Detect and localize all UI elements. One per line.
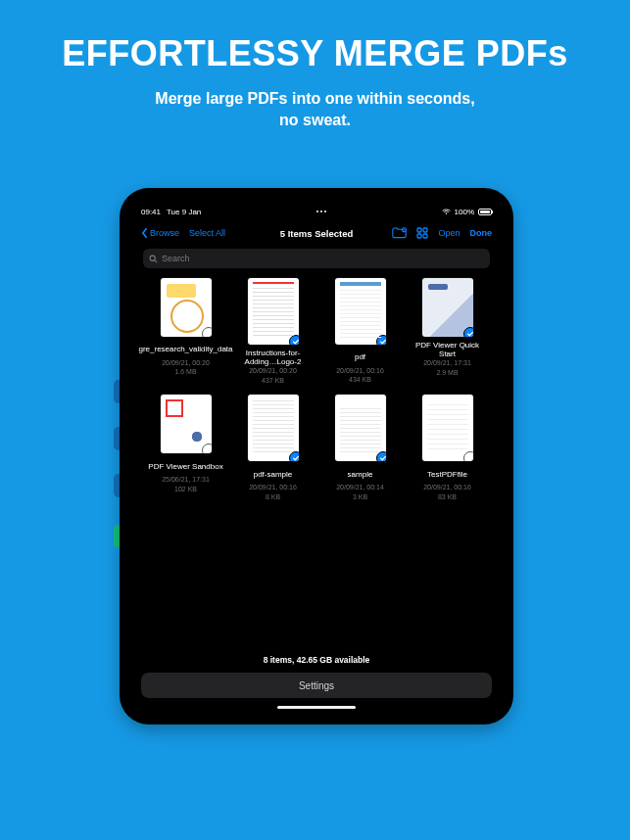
- file-date: 20/09/21, 00:20: [162, 359, 210, 367]
- file-item[interactable]: PDF Viewer Quick Start20/09/21, 17:312.9…: [405, 278, 490, 385]
- multitask-dots-icon: [316, 210, 326, 212]
- battery-pct: 100%: [455, 208, 474, 216]
- file-item[interactable]: Instructions-for-Adding…Logo-220/09/21, …: [230, 278, 315, 385]
- file-name: TestPDFfile: [427, 465, 467, 483]
- file-size: 2.9 MB: [436, 369, 458, 377]
- file-date: 20/09/21, 00:16: [336, 367, 384, 375]
- file-size: 83 KB: [438, 493, 457, 501]
- file-item[interactable]: gre_research_validity_data20/09/21, 00:2…: [143, 278, 228, 385]
- file-thumbnail: [422, 395, 473, 461]
- selected-checkmark-icon: [376, 451, 386, 461]
- file-size: 437 KB: [262, 377, 284, 385]
- file-thumbnail: [422, 278, 473, 337]
- file-item[interactable]: TestPDFfile20/09/21, 00:1683 KB: [405, 395, 490, 501]
- status-time: 09:41: [141, 208, 161, 216]
- ipad-device-frame: 09:41 Tue 9 Jan 100% Browse Select All: [121, 190, 511, 723]
- file-size: 1.6 MB: [174, 368, 196, 376]
- file-item[interactable]: PDF Viewer Sandbox25/06/21, 17:31102 KB: [143, 395, 228, 501]
- file-thumbnail: [161, 278, 212, 337]
- file-date: 20/09/21, 17:31: [423, 359, 471, 367]
- file-size: 102 KB: [174, 486, 197, 493]
- search-placeholder: Search: [162, 254, 190, 263]
- file-date: 20/09/21, 00:16: [249, 484, 297, 491]
- file-name: pdf: [355, 349, 365, 366]
- file-date: 25/06/21, 17:31: [162, 476, 210, 484]
- hero-subtitle: Merge large PDFs into one within seconds…: [0, 88, 630, 130]
- file-name: Instructions-for-Adding…Logo-2: [234, 349, 313, 366]
- file-item[interactable]: pdf20/09/21, 00:16434 KB: [317, 278, 403, 385]
- file-thumbnail: [335, 395, 386, 461]
- file-name: sample: [348, 465, 373, 483]
- svg-point-0: [445, 212, 447, 214]
- selected-checkmark-icon: [463, 327, 473, 337]
- file-date: 20/09/21, 00:14: [336, 484, 384, 491]
- hero-subtitle-line1: Merge large PDFs into one within seconds…: [155, 90, 474, 107]
- search-input[interactable]: Search: [143, 249, 490, 268]
- file-item[interactable]: sample20/09/21, 00:143 KB: [317, 395, 403, 501]
- unselected-circle-icon: [202, 443, 212, 453]
- selected-checkmark-icon: [289, 335, 299, 345]
- file-size: 8 KB: [266, 493, 280, 501]
- home-indicator[interactable]: [277, 706, 356, 709]
- svg-point-6: [150, 256, 155, 260]
- status-date: Tue 9 Jan: [167, 208, 201, 216]
- nav-title: 5 Items Selected: [135, 228, 498, 239]
- selected-checkmark-icon: [376, 335, 386, 345]
- file-thumbnail: [248, 395, 299, 461]
- footer-status: 8 items, 42.65 GB available: [135, 649, 498, 673]
- nav-bar: Browse Select All 5 Items Selected Open …: [135, 219, 498, 247]
- search-icon: [149, 255, 158, 263]
- status-bar: 09:41 Tue 9 Jan 100%: [135, 204, 498, 219]
- settings-button[interactable]: Settings: [141, 673, 492, 698]
- file-date: 20/09/21, 00:20: [249, 367, 297, 375]
- hero-title: EFFORTLESSY MERGE PDFs: [0, 0, 630, 74]
- file-date: 20/09/21, 00:16: [423, 484, 471, 491]
- file-size: 3 KB: [353, 493, 367, 501]
- battery-icon: [478, 209, 492, 215]
- unselected-circle-icon: [202, 327, 212, 337]
- file-grid: gre_research_validity_data20/09/21, 00:2…: [135, 274, 498, 649]
- file-thumbnail: [161, 395, 212, 453]
- file-name: gre_research_validity_data: [147, 341, 225, 358]
- file-name: pdf-sample: [254, 465, 293, 483]
- screen: 09:41 Tue 9 Jan 100% Browse Select All: [135, 204, 498, 709]
- file-thumbnail: [335, 278, 386, 345]
- file-name: PDF Viewer Quick Start: [409, 341, 487, 358]
- unselected-circle-icon: [463, 451, 473, 461]
- file-thumbnail: [248, 278, 299, 345]
- selected-checkmark-icon: [289, 451, 299, 461]
- hero-subtitle-line2: no sweat.: [279, 112, 351, 128]
- file-name: PDF Viewer Sandbox: [148, 457, 222, 475]
- file-item[interactable]: pdf-sample20/09/21, 00:168 KB: [230, 395, 315, 501]
- file-size: 434 KB: [349, 376, 371, 384]
- wifi-icon: [442, 209, 451, 215]
